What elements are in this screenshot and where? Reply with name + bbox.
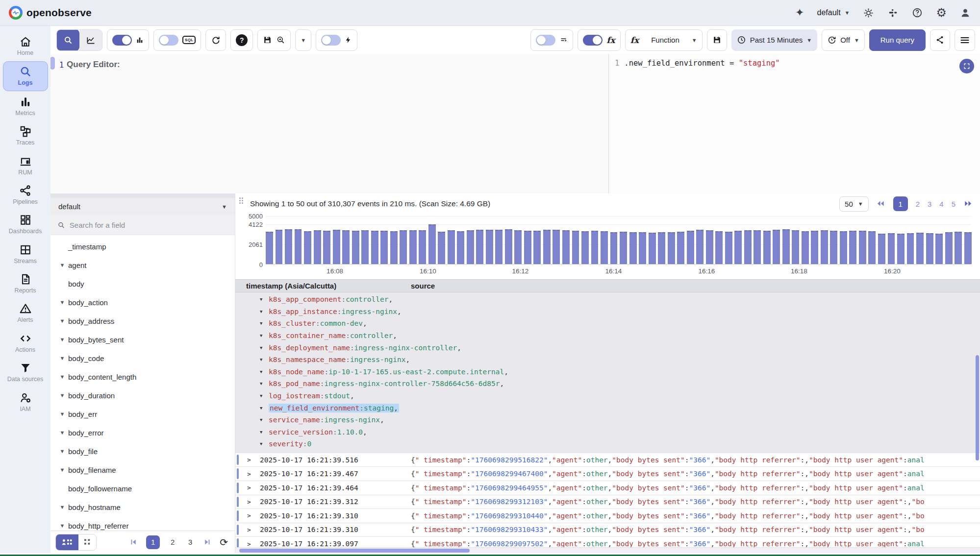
histogram-bar[interactable] [524,231,531,264]
field-row-body_code[interactable]: ▼body_code [50,349,235,367]
histogram-bar[interactable] [849,231,856,264]
field-row-body_err[interactable]: ▼body_err [50,405,235,423]
vertical-scrollbar[interactable] [976,355,979,460]
sql-toggle[interactable] [159,35,178,46]
histogram-bar[interactable] [380,231,388,264]
expanded-field-k8s_app_instance[interactable]: ▼k8s_app_instance:ingress-nginx, [235,306,980,318]
field-row-body_file[interactable]: ▼body_file [50,442,235,460]
histogram-bar[interactable] [878,234,885,264]
editor-expand-button[interactable] [959,59,974,73]
histogram-bar[interactable] [715,231,723,264]
time-range-select[interactable]: Past 15 Minutes ▼ [731,29,817,51]
function-select[interactable]: fx Function ▼ [625,29,703,51]
histogram-bar[interactable] [495,230,503,264]
theme-sun-icon[interactable] [862,7,874,19]
sidebar-item-logs[interactable]: Logs [3,61,48,91]
last-page-icon[interactable] [203,538,212,547]
histogram-bar[interactable] [888,233,895,264]
results-page-5[interactable]: 5 [952,200,955,208]
fields-page-3[interactable]: 3 [185,538,195,546]
chevron-down-icon[interactable]: ▼ [56,411,68,417]
histogram-bar[interactable] [658,232,665,264]
expanded-field-k8s_app_component[interactable]: ▼k8s_app_component:controller, [235,293,980,306]
fields-page-1[interactable]: 1 [146,535,160,549]
query-editor-pane[interactable]: 1 Query Editor: [50,54,609,193]
sidebar-item-iam[interactable]: IAM [3,388,48,416]
histogram-bar[interactable] [734,231,742,264]
expanded-field-k8s_container_name[interactable]: ▼k8s_container_name:controller, [235,330,980,342]
field-row-body_content_length[interactable]: ▼body_content_length [50,367,235,386]
field-value-dropdown-icon[interactable]: ▼ [260,417,269,422]
table-row[interactable]: >2025-10-17 16:21:39.097{"_timestamp":"1… [235,537,980,547]
table-row[interactable]: >2025-10-17 16:21:39.310{"_timestamp":"1… [235,509,980,523]
histogram-bar[interactable] [390,231,398,264]
histogram-bar[interactable] [572,231,579,264]
fields-user-view-button[interactable] [56,534,78,550]
histogram-bar[interactable] [295,229,302,264]
table-row[interactable]: >2025-10-17 16:21:39.310{"_timestamp":"1… [235,523,980,537]
help-icon[interactable] [911,7,923,19]
histogram-bar[interactable] [859,231,866,264]
reset-filters-button[interactable] [205,29,226,51]
histogram-bar[interactable] [649,233,656,264]
histogram-bar[interactable] [897,234,905,264]
histogram-bar[interactable] [285,229,292,264]
field-row-body_filename[interactable]: ▼body_filename [50,460,235,479]
field-value-dropdown-icon[interactable]: ▼ [260,369,269,374]
histogram-bar[interactable] [782,229,790,264]
histogram-bar[interactable] [409,230,417,264]
quick-mode-toggle[interactable] [321,35,341,46]
histogram-bar[interactable] [629,232,637,264]
panel-drag-handle[interactable] [239,197,245,210]
sidebar-item-streams[interactable]: Streams [3,240,48,268]
interesting-fields-toggle[interactable] [536,35,555,46]
fields-schema-view-button[interactable] [78,534,96,550]
field-value-dropdown-icon[interactable]: ▼ [260,309,269,314]
expanded-field-new_field_environment[interactable]: ▼new_field_environment:staging, [235,402,980,414]
field-value-dropdown-icon[interactable]: ▼ [260,441,269,446]
expanded-field-k8s_namespace_name[interactable]: ▼k8s_namespace_name:ingress-nginx, [235,354,980,366]
horizontal-scrollbar-thumb[interactable] [239,549,470,553]
table-row[interactable]: >2025-10-17 16:21:39.516{"_timestamp":"1… [235,453,980,467]
sparkle-icon[interactable]: ✦ [795,6,804,19]
sidebar-item-dashboards[interactable]: Dashboards [3,210,48,239]
histogram-bar[interactable] [907,233,914,265]
expanded-field-severity[interactable]: ▼severity:0 [235,438,980,450]
chevron-down-icon[interactable]: ▼ [56,318,68,324]
field-row-body_address[interactable]: ▼body_address [50,312,235,330]
next-pages-icon[interactable] [962,199,973,208]
field-value-dropdown-icon[interactable]: ▼ [260,357,269,362]
prev-pages-icon[interactable] [876,199,886,208]
histogram-bar[interactable] [964,232,972,264]
sidebar-item-data-sources[interactable]: Data sources [3,358,48,387]
histogram-bar[interactable] [601,231,608,264]
histogram-bar[interactable] [352,231,359,264]
histogram-bar[interactable] [706,230,713,264]
saved-views-dropdown[interactable]: ▼ [295,29,311,51]
sql-mode-button[interactable]: SQL [153,29,201,51]
chevron-down-icon[interactable]: ▼ [56,448,68,454]
histogram-bar[interactable] [476,230,483,264]
histogram-bar[interactable] [361,230,369,264]
histogram-bar[interactable] [543,230,551,264]
search-mode-button[interactable] [57,29,79,51]
sidebar-item-pipelines[interactable]: Pipelines [3,181,48,209]
field-row-body_followername[interactable]: body_followername [50,479,235,498]
field-row-body[interactable]: body [50,274,235,293]
sidebar-item-traces[interactable]: Traces [3,121,48,150]
histogram-bar[interactable] [553,230,560,264]
histogram-bar[interactable] [400,230,407,264]
field-value-dropdown-icon[interactable]: ▼ [260,333,269,338]
histogram-toggle-button[interactable] [107,29,149,51]
auto-refresh-select[interactable]: Off ▼ [822,29,865,51]
histogram-bar[interactable] [276,230,283,264]
chevron-down-icon[interactable]: ▼ [56,299,68,305]
histogram-bar[interactable] [754,230,761,264]
expand-row-icon[interactable]: > [247,526,260,533]
chevron-down-icon[interactable]: ▼ [56,523,68,529]
histogram-bar[interactable] [696,230,704,264]
histogram-bar[interactable] [581,231,589,264]
events-histogram[interactable]: 16:0816:1016:1216:1416:1616:1816:20 0206… [235,214,980,279]
histogram-bar[interactable] [467,230,474,264]
vrl-function-editor-pane[interactable]: 1 .new_field_environment = "staging" [609,54,980,193]
